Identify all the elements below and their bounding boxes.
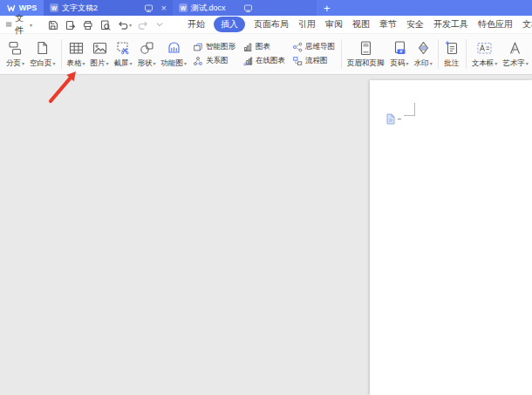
document-tab-2[interactable]: W 测试.docx [173,0,317,16]
page-break-icon [7,40,24,57]
ribbon-button-function-diagram[interactable]: 功能图▾ [159,40,190,69]
print-preview-icon[interactable] [99,19,111,31]
tab-view[interactable]: 视图 [351,17,371,32]
ribbon-button-chart[interactable]: 图表 [242,42,285,52]
tab-home[interactable]: 开始 [187,17,206,32]
ribbon-button-wordart[interactable]: 艺术字▾ [500,40,531,69]
titlebar: WPS W 文字文稿2 × W 测试.docx + [0,0,532,16]
blank-page-icon [34,40,51,57]
ribbon-button-textbox[interactable]: 文本框▾ [469,40,501,69]
ribbon-button-relationship-diagram[interactable]: 关系图 [193,56,235,66]
print-icon[interactable] [82,19,93,31]
divider [466,39,467,69]
wps-logo-icon [7,4,17,12]
document-tab-1[interactable]: W 文字文稿2 × [44,0,173,16]
flowchart-icon [292,56,303,66]
diagram-small-group: 智能图形 关系图 图表 在线图表 思维导图 流程图 [193,42,335,66]
ribbon-button-header-footer[interactable]: 页眉和页脚 [344,40,388,69]
tab-section[interactable]: 章节 [379,17,398,32]
menu-tabs: 开始 插入 页面布局 引用 审阅 视图 章节 安全 开发工具 特色应用 文档助手 [187,17,532,32]
tab-label: 文字文稿2 [62,3,98,14]
margin-corner-mark [404,103,415,116]
tab-doc-assistant[interactable]: 文档助手 [522,17,532,32]
chart-icon [242,42,253,52]
divider [61,39,62,69]
shapes-icon [139,40,155,57]
new-tab-button[interactable]: + [324,3,331,14]
wps-logo-text: WPS [19,3,38,12]
chevron-down-icon: ▾ [129,22,132,28]
undo-icon [117,19,128,31]
header-footer-icon [358,40,374,57]
button-label: 思维导图 [305,42,335,52]
ribbon-button-smartart[interactable]: 智能图形 [193,42,235,52]
ribbon-button-shapes[interactable]: 形状▾ [135,40,159,69]
close-icon[interactable]: × [161,3,167,13]
button-label: 表格▾ [67,58,85,69]
export-icon[interactable] [65,19,76,31]
inline-object-icon[interactable] [386,113,395,125]
doc-icon: W [179,3,188,12]
menubar: 文件 ▾ ▾ 开始 插入 页面布局 引用 审阅 视图 章节 安全 开发工具 特色… [0,16,532,33]
ribbon-button-table[interactable]: 表格▾ [65,40,88,69]
button-label: 关系图 [206,56,228,66]
chevron-down-icon: ▾ [30,22,32,28]
svg-text:#: # [399,48,402,53]
button-label: 空白页▾ [30,58,56,69]
ribbon-button-blank-page[interactable]: 空白页▾ [27,40,58,69]
redo-icon[interactable] [138,19,149,31]
button-label: 智能图形 [206,42,235,52]
quick-access-toolbar: ▾ [47,19,164,31]
mind-map-icon [292,42,303,52]
button-label: 艺术字▾ [502,58,529,69]
function-diagram-icon [166,40,182,57]
ribbon-button-page-number[interactable]: # 页码▾ [388,40,412,69]
ribbon-button-page-break[interactable]: 分页▾ [3,40,27,69]
file-menu-button[interactable]: 文件 ▾ [5,12,32,37]
button-label: 图表 [256,42,270,52]
tab-review[interactable]: 审阅 [324,17,344,32]
ribbon-button-comment[interactable]: 批注 [441,40,463,69]
ribbon-button-mind-map[interactable]: 思维导图 [292,42,335,52]
save-icon[interactable] [47,19,58,31]
button-label: 文本框▾ [472,58,498,69]
button-label: 页码▾ [391,58,409,69]
tab-page-layout[interactable]: 页面布局 [253,17,290,32]
online-chart-icon [242,56,253,66]
button-label: 分页▾ [6,58,24,69]
relationship-diagram-icon [193,56,203,66]
textbox-icon [476,40,493,57]
pin-icon[interactable] [144,3,153,13]
document-page[interactable] [370,80,532,395]
tab-security[interactable]: 安全 [406,17,425,32]
insert-ribbon: 分页▾ 空白页▾ 表格▾ 图片▾ 截屏▾ 形状▾ 功能图▾ 智能图形 关系图 [0,33,532,75]
tab-insert[interactable]: 插入 [214,17,245,32]
tab-references[interactable]: 引用 [297,17,317,32]
smartart-icon [193,42,203,52]
file-menu-label: 文件 [15,12,27,37]
ribbon-button-screenshot[interactable]: 截屏▾ [112,40,135,69]
button-label: 流程图 [305,56,328,66]
ribbon-button-picture[interactable]: 图片▾ [88,40,112,69]
ribbon-button-watermark[interactable]: 水印▾ [412,40,435,69]
tab-label: 测试.docx [191,3,226,14]
button-label: 形状▾ [138,58,156,69]
tab-developer[interactable]: 开发工具 [433,17,469,32]
table-icon [68,40,85,57]
qa-more-icon[interactable] [155,20,164,29]
ribbon-button-flowchart[interactable]: 流程图 [292,56,335,66]
wordart-icon [507,40,523,57]
tab-special-features[interactable]: 特色应用 [477,17,514,32]
document-area[interactable] [0,75,532,395]
watermark-icon [415,40,432,57]
undo-button[interactable]: ▾ [117,19,132,31]
picture-icon [92,40,108,57]
pin-icon[interactable] [243,3,253,13]
menu-hamburger-icon [5,19,12,30]
doc-icon: W [50,3,58,12]
button-label: 功能图▾ [161,58,188,69]
ribbon-button-online-chart[interactable]: 在线图表 [242,56,285,66]
page-number-icon: # [392,40,408,57]
wps-window: { "colors": { "titlebar": "#5b7df0", "ta… [0,0,532,395]
screenshot-icon [115,40,132,57]
